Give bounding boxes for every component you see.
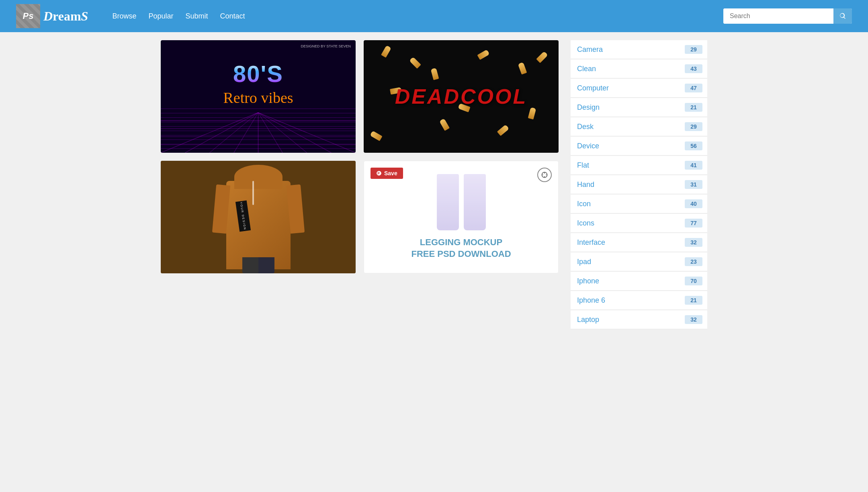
jeans-left (242, 257, 258, 273)
sidebar-count: 77 (685, 219, 702, 228)
sidebar-item-interface[interactable]: Interface 32 (571, 233, 707, 252)
add-to-collection-button[interactable] (537, 168, 552, 182)
sidebar-item-design[interactable]: Design 21 (571, 98, 707, 117)
hoodie-torso (226, 181, 291, 269)
sidebar-count: 21 (685, 296, 702, 305)
80s-main-text: 80'S (223, 62, 293, 86)
sidebar-item-desk[interactable]: Desk 29 (571, 117, 707, 136)
sidebar-item-icons[interactable]: Icons 77 (571, 214, 707, 233)
svg-line-12 (258, 113, 356, 153)
sidebar-count: 47 (685, 84, 702, 92)
nav-contact[interactable]: Contact (220, 12, 245, 20)
sidebar-count: 29 (685, 122, 702, 131)
crosshair-icon (540, 171, 549, 179)
sidebar-count: 21 (685, 103, 702, 112)
sidebar-count: 41 (685, 161, 702, 170)
80s-sub-text: Retro vibes (223, 89, 293, 107)
legging-title-line1: LEGGING MOCKUP (411, 237, 511, 248)
page-body: DESIGNED BY STATE SEVEN (153, 32, 715, 338)
sidebar-label: Computer (577, 84, 609, 92)
sidebar-label: Iphone 6 (577, 296, 605, 305)
sidebar-label: Flat (577, 161, 589, 170)
save-label: Save (384, 170, 397, 176)
sidebar-label: Interface (577, 238, 605, 247)
sidebar-item-icon[interactable]: Icon 40 (571, 195, 707, 213)
svg-line-7 (234, 113, 258, 153)
legging-title-line2: FREE PSD DOWNLOAD (411, 248, 511, 260)
card-80s-retro[interactable]: DESIGNED BY STATE SEVEN (161, 40, 356, 153)
sidebar-label: Clean (577, 65, 596, 73)
hoodie-hood (234, 165, 283, 189)
svg-line-11 (258, 113, 332, 153)
sidebar-count: 32 (685, 315, 702, 324)
sidebar-label: Camera (577, 45, 603, 54)
sidebar-label: Icons (577, 219, 594, 228)
sidebar-count: 43 (685, 64, 702, 73)
sidebar-label: Laptop (577, 316, 599, 324)
svg-line-6 (209, 113, 258, 153)
save-button[interactable]: P Save (371, 168, 403, 179)
nav-submit[interactable]: Submit (185, 12, 208, 20)
sidebar-item-iphone-6[interactable]: Iphone 6 21 (571, 291, 707, 310)
80s-title-block: 80'S Retro vibes (223, 62, 293, 107)
logo-ps-text: Ps (23, 11, 34, 21)
sidebar: Camera 29 Clean 43 Computer 47 Design 21… (571, 40, 707, 330)
sidebar-item-device[interactable]: Device 56 (571, 137, 707, 156)
sidebar-item-hand[interactable]: Hand 31 (571, 175, 707, 194)
sidebar-count: 23 (685, 257, 702, 266)
svg-line-4 (161, 113, 258, 153)
card-deadcool-image: DEADCOOL (364, 40, 559, 153)
svg-line-10 (258, 113, 307, 153)
card-deadcool[interactable]: DEADCOOL (364, 40, 559, 153)
sidebar-item-computer[interactable]: Computer 47 (571, 79, 707, 98)
grid-decoration (161, 113, 356, 153)
site-header: Ps DreamS Browse Popular Submit Contact (0, 0, 868, 32)
sidebar-count: 56 (685, 141, 702, 150)
legging-product-visual (437, 174, 486, 230)
logo-icon: Ps (16, 4, 40, 28)
sidebar-item-laptop[interactable]: Laptop 32 (571, 310, 707, 329)
nav-popular[interactable]: Popular (148, 12, 173, 20)
sidebar-count: 29 (685, 45, 702, 54)
sidebar-count: 70 (685, 277, 702, 285)
legging-title: LEGGING MOCKUP FREE PSD DOWNLOAD (411, 237, 511, 260)
sidebar-item-iphone[interactable]: Iphone 70 (571, 272, 707, 291)
deadcool-text: DEADCOOL (395, 84, 528, 109)
sidebar-label: Iphone (577, 277, 599, 285)
sidebar-label: Design (577, 103, 600, 112)
site-logo[interactable]: Ps DreamS (16, 4, 88, 28)
sidebar-label: Desk (577, 123, 594, 131)
search-button[interactable] (833, 8, 852, 24)
nav-browse[interactable]: Browse (112, 12, 136, 20)
main-nav: Browse Popular Submit Contact (112, 12, 245, 20)
svg-line-5 (185, 113, 258, 153)
sidebar-count: 40 (685, 199, 702, 208)
card-hoodie-image: YOUR DESIGN (161, 161, 356, 273)
designed-by-label: DESIGNED BY STATE SEVEN (301, 44, 351, 48)
search-input[interactable] (723, 8, 833, 24)
sidebar-label: Device (577, 142, 599, 150)
sidebar-item-flat[interactable]: Flat 41 (571, 156, 707, 175)
sidebar-label: Ipad (577, 258, 591, 266)
card-80s-image: DESIGNED BY STATE SEVEN (161, 40, 356, 153)
search-wrapper (723, 8, 852, 24)
hoodie-drawstring (252, 181, 254, 205)
sidebar-item-ipad[interactable]: Ipad 23 (571, 252, 707, 271)
sidebar-item-clean[interactable]: Clean 43 (571, 59, 707, 78)
card-legging-mockup[interactable]: P Save LEGGING MOCKUP FREE PSD DOWNL (364, 161, 559, 273)
hoodie-shape: YOUR DESIGN (214, 165, 303, 269)
main-content: DESIGNED BY STATE SEVEN (161, 40, 559, 330)
jeans-right (258, 257, 274, 273)
hoodie-bg: YOUR DESIGN (161, 161, 356, 273)
legging-right-leg (464, 174, 486, 230)
svg-line-9 (258, 113, 283, 153)
svg-text:P: P (378, 172, 380, 175)
logo-brand-text: DreamS (43, 9, 88, 24)
sidebar-label: Icon (577, 200, 591, 208)
sidebar-item-camera[interactable]: Camera 29 (571, 40, 707, 59)
sidebar-count: 32 (685, 238, 702, 247)
card-hoodie[interactable]: YOUR DESIGN (161, 161, 356, 273)
sidebar-count: 31 (685, 180, 702, 189)
sidebar-label: Hand (577, 180, 594, 189)
search-icon (839, 12, 846, 20)
